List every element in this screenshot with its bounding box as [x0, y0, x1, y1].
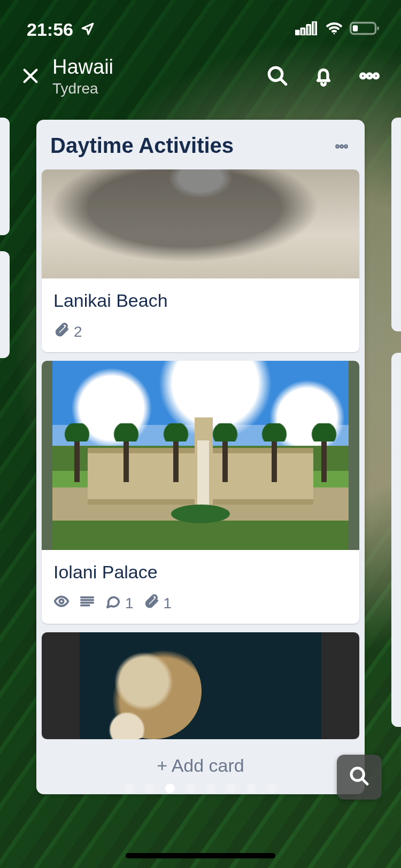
bell-icon	[312, 80, 335, 89]
svg-rect-1	[301, 28, 305, 35]
list-column: Daytime Activities Lanikai Beach 2	[36, 120, 365, 794]
svg-rect-7	[353, 25, 358, 32]
card-title: Iolani Palace	[53, 562, 348, 583]
comments-badge: 1	[105, 593, 134, 613]
board-title[interactable]: Hawaii	[52, 57, 266, 78]
card-cover-image	[42, 361, 359, 550]
attachment-badge: 2	[53, 322, 82, 342]
eye-icon	[53, 593, 70, 613]
svg-rect-3	[313, 21, 317, 35]
card[interactable]	[42, 632, 359, 739]
attachment-icon	[143, 593, 159, 613]
board-header: Hawaii Tydrea	[0, 48, 401, 106]
pager-dot[interactable]	[226, 784, 236, 793]
pager-dot[interactable]	[206, 784, 215, 793]
card[interactable]: Lanikai Beach 2	[42, 169, 359, 352]
svg-point-9	[361, 74, 365, 78]
list-title[interactable]: Daytime Activities	[50, 134, 234, 158]
pager-dot[interactable]	[267, 784, 276, 793]
card-cover-image	[42, 632, 359, 739]
prev-list-peek[interactable]	[0, 251, 10, 358]
pager-dot[interactable]	[125, 784, 134, 793]
status-bar: 21:56	[0, 0, 401, 48]
description-icon	[79, 593, 95, 613]
attachment-icon	[53, 322, 70, 342]
pager-dot[interactable]	[246, 784, 256, 793]
list-menu-button[interactable]	[334, 141, 350, 151]
comment-count: 1	[125, 595, 134, 612]
attachment-count: 2	[74, 323, 82, 340]
attachment-badge: 1	[143, 593, 172, 613]
svg-point-13	[341, 145, 343, 148]
notifications-button[interactable]	[312, 65, 335, 89]
svg-rect-6	[377, 27, 379, 30]
team-name: Tydrea	[52, 80, 266, 97]
description-badge	[79, 593, 95, 613]
svg-point-10	[367, 74, 372, 78]
next-list-peek[interactable]	[391, 353, 401, 727]
card-title: Lanikai Beach	[53, 290, 348, 311]
svg-point-4	[334, 33, 335, 35]
search-icon	[349, 765, 370, 789]
location-arrow-icon	[81, 19, 95, 40]
close-button[interactable]	[14, 67, 47, 87]
wifi-icon	[325, 19, 343, 40]
svg-point-14	[345, 145, 348, 148]
battery-low-icon	[350, 21, 380, 38]
card[interactable]: Iolani Palace	[42, 361, 359, 624]
svg-point-11	[374, 74, 378, 78]
search-icon	[266, 80, 289, 89]
card-cover-image	[42, 169, 359, 278]
more-horizontal-icon	[358, 80, 381, 89]
status-time: 21:56	[27, 19, 73, 40]
pager-dot[interactable]	[186, 784, 195, 793]
next-list-peek[interactable]	[391, 118, 401, 331]
more-horizontal-icon	[334, 141, 350, 150]
pager-dot[interactable]	[145, 784, 155, 793]
svg-rect-0	[295, 30, 299, 35]
prev-list-peek[interactable]	[0, 118, 10, 235]
svg-point-12	[336, 145, 339, 148]
search-button[interactable]	[266, 65, 289, 89]
board-menu-button[interactable]	[358, 65, 381, 89]
svg-rect-2	[307, 25, 311, 36]
comment-icon	[105, 593, 121, 613]
home-indicator[interactable]	[126, 853, 275, 858]
cellular-signal-icon	[295, 21, 319, 37]
attachment-count: 1	[164, 595, 172, 612]
svg-point-15	[59, 599, 64, 603]
quick-search-fab[interactable]	[337, 755, 382, 800]
pager-dot[interactable]	[165, 784, 175, 793]
watching-badge	[53, 593, 70, 613]
close-icon	[21, 78, 40, 87]
